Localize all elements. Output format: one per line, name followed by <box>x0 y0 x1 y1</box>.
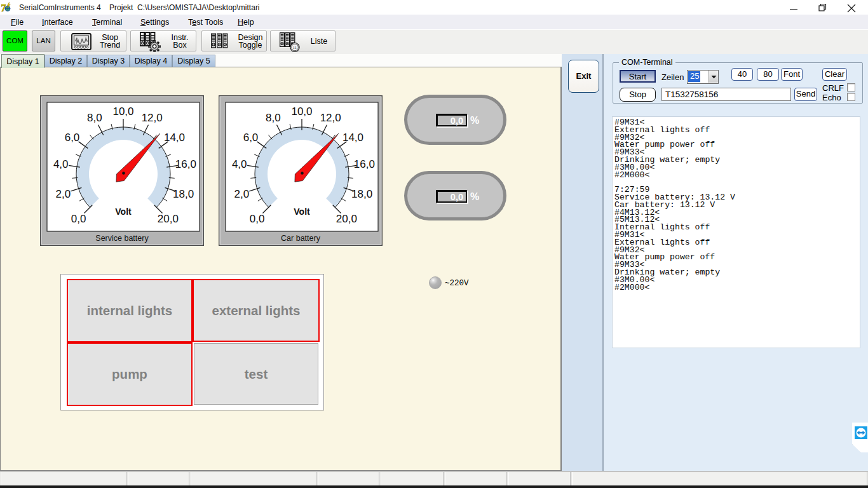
svg-text:8,0: 8,0 <box>266 112 281 124</box>
svg-text:2,0: 2,0 <box>234 188 250 200</box>
svg-text:18,0: 18,0 <box>173 188 194 200</box>
svg-text:14,0: 14,0 <box>342 132 363 144</box>
svg-text:11: 11 <box>293 45 297 50</box>
svg-text:Volt: Volt <box>294 207 310 217</box>
svg-text:0,0: 0,0 <box>250 213 265 225</box>
svg-text:6,0: 6,0 <box>65 132 80 144</box>
svg-text:4,0: 4,0 <box>53 158 69 170</box>
svg-text:10,0: 10,0 <box>112 105 133 118</box>
svg-text:16,0: 16,0 <box>175 158 196 170</box>
svg-text:0,0: 0,0 <box>71 213 86 225</box>
svg-text:12,0: 12,0 <box>320 112 341 124</box>
svg-text:6,0: 6,0 <box>243 132 259 144</box>
svg-text:8,0: 8,0 <box>87 112 102 124</box>
svg-text:18,0: 18,0 <box>351 188 372 200</box>
svg-text:Volt: Volt <box>115 207 132 217</box>
svg-text:14,0: 14,0 <box>164 132 185 144</box>
svg-text:16,0: 16,0 <box>354 158 375 170</box>
svg-text:20,0: 20,0 <box>158 213 179 225</box>
svg-text:10,0: 10,0 <box>291 105 312 118</box>
svg-text:20,0: 20,0 <box>336 213 357 225</box>
svg-text:Service battery: Service battery <box>95 234 149 243</box>
svg-text:12,0: 12,0 <box>142 112 163 124</box>
svg-text:2,0: 2,0 <box>56 188 71 200</box>
svg-text:4,0: 4,0 <box>232 158 247 170</box>
svg-text:Car battery: Car battery <box>281 234 321 243</box>
